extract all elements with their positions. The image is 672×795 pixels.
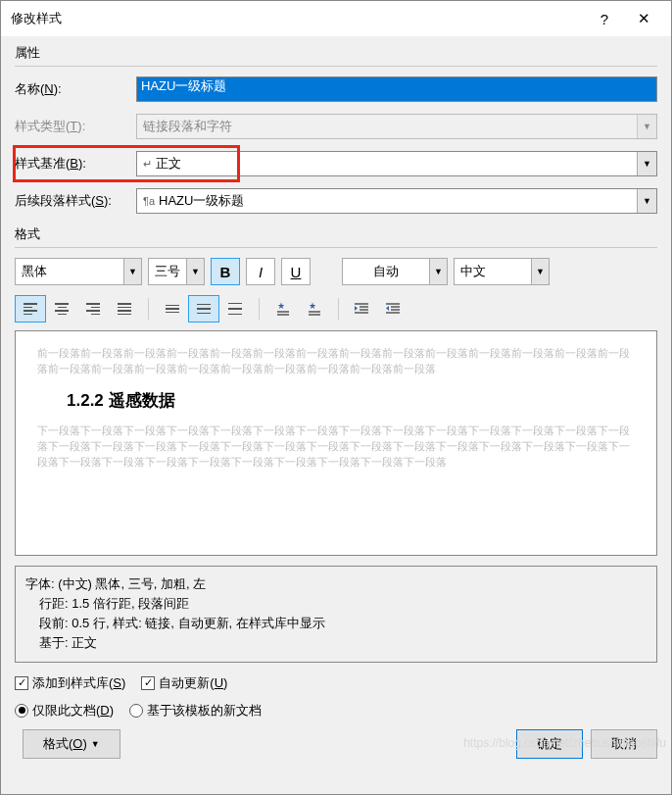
line-spacing-1-5-button[interactable] [188, 295, 219, 323]
caret-down-icon: ▼ [91, 739, 100, 749]
preview-panel: 前一段落前一段落前一段落前一段落前一段落前一段落前一段落前一段落前一段落前一段落… [15, 330, 657, 556]
lang-combo[interactable]: 中文▼ [454, 258, 550, 285]
size-combo[interactable]: 三号▼ [148, 258, 205, 285]
based-on-combo[interactable]: ↵正文 ▼ [136, 151, 657, 176]
preview-text-after: 下一段落下一段落下一段落下一段落下一段落下一段落下一段落下一段落下一段落下一段落… [37, 423, 635, 471]
align-left-button[interactable] [15, 295, 46, 323]
based-on-label: 样式基准(B): [15, 155, 136, 173]
pilcrow-icon: ¶a [143, 195, 155, 207]
style-summary: 字体: (中文) 黑体, 三号, 加粗, 左 行距: 1.5 倍行距, 段落间距… [15, 566, 657, 663]
ok-button[interactable]: 确定 [516, 729, 583, 759]
preview-text-before: 前一段落前一段落前一段落前一段落前一段落前一段落前一段落前一段落前一段落前一段落… [37, 346, 635, 377]
chevron-down-icon[interactable]: ▼ [123, 259, 141, 284]
name-input[interactable]: HAZU一级标题 [136, 76, 657, 102]
svg-text:★: ★ [309, 301, 316, 311]
following-style-label: 后续段落样式(S): [15, 192, 136, 210]
align-center-button[interactable] [46, 295, 77, 323]
chevron-down-icon[interactable]: ▼ [429, 259, 447, 284]
following-style-combo[interactable]: ¶aHAZU一级标题 ▼ [136, 188, 657, 214]
italic-button[interactable]: I [246, 258, 275, 285]
color-combo[interactable]: 自动▼ [342, 258, 448, 285]
indent-increase-button[interactable] [378, 295, 409, 323]
line-spacing-2-button[interactable] [219, 295, 251, 323]
bold-button[interactable]: B [211, 258, 240, 285]
chevron-down-icon[interactable]: ▼ [186, 259, 204, 284]
new-template-radio[interactable]: 基于该模板的新文档 [129, 702, 262, 720]
space-before-inc-button[interactable]: ★ [267, 295, 299, 323]
style-type-combo: 链接段落和字符 ▼ [136, 114, 657, 139]
name-label: 名称(N): [15, 80, 136, 98]
help-button[interactable]: ? [585, 4, 624, 33]
style-type-label: 样式类型(T): [15, 118, 136, 135]
underline-button[interactable]: U [281, 258, 311, 285]
only-this-doc-radio[interactable]: 仅限此文档(D) [15, 702, 114, 720]
format-menu-button[interactable]: 格式(O)▼ [23, 729, 120, 759]
dialog-title: 修改样式 [11, 10, 62, 27]
properties-section-label: 属性 [15, 44, 657, 62]
indent-decrease-button[interactable] [347, 295, 378, 323]
chevron-down-icon[interactable]: ▼ [637, 152, 656, 175]
align-justify-button[interactable] [109, 295, 140, 323]
font-combo[interactable]: 黑体▼ [15, 258, 142, 285]
chevron-down-icon[interactable]: ▼ [637, 189, 656, 213]
cancel-button[interactable]: 取消 [591, 729, 657, 759]
paragraph-mark-icon: ↵ [143, 158, 152, 171]
preview-heading: 1.2.2 遥感数据 [37, 389, 635, 412]
auto-update-checkbox[interactable]: ✓自动更新(U) [141, 674, 227, 692]
svg-text:★: ★ [277, 301, 285, 311]
chevron-down-icon: ▼ [637, 115, 656, 138]
align-right-button[interactable] [77, 295, 109, 323]
format-section-label: 格式 [15, 225, 657, 243]
chevron-down-icon[interactable]: ▼ [531, 259, 549, 284]
line-spacing-1-button[interactable] [157, 295, 188, 323]
close-button[interactable]: ✕ [624, 4, 663, 33]
add-to-gallery-checkbox[interactable]: ✓添加到样式库(S) [15, 674, 125, 692]
space-before-dec-button[interactable]: ★ [299, 295, 330, 323]
